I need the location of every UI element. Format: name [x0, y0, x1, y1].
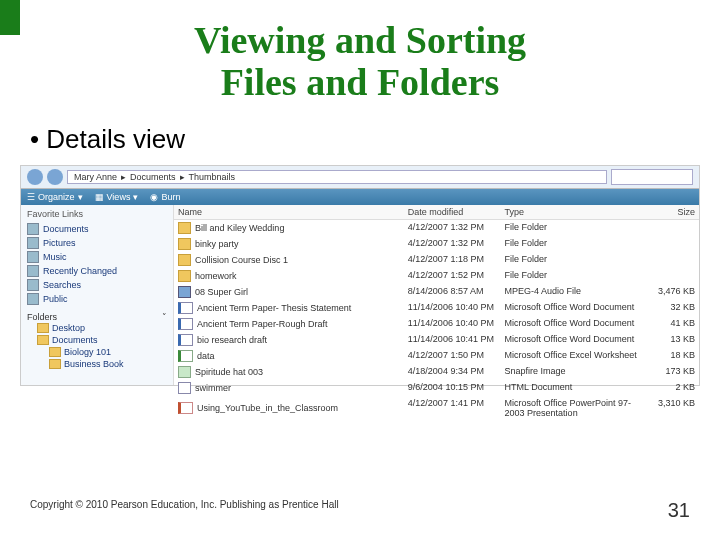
favorite-links-header: Favorite Links: [27, 209, 167, 219]
file-date: 9/6/2004 10:15 PM: [404, 380, 501, 396]
file-size: [642, 236, 699, 252]
file-name: 08 Super Girl: [195, 287, 248, 297]
favorite-link[interactable]: Searches: [27, 278, 167, 292]
favorite-link[interactable]: Pictures: [27, 236, 167, 250]
file-type: File Folder: [501, 236, 642, 252]
file-type: Microsoft Office Excel Worksheet: [501, 348, 642, 364]
file-name: Using_YouTube_in_the_Classroom: [197, 403, 338, 413]
favorite-link[interactable]: Documents: [27, 222, 167, 236]
breadcrumb-part[interactable]: Thumbnails: [189, 172, 236, 182]
favorite-link[interactable]: Music: [27, 250, 167, 264]
file-size: [642, 220, 699, 236]
details-list: Name Date modified Type Size Bill and Ki…: [174, 205, 699, 385]
file-date: 4/18/2004 9:34 PM: [404, 364, 501, 380]
ppt-icon: [178, 402, 193, 414]
views-button[interactable]: ▦ Views ▾: [95, 192, 139, 202]
file-size: 173 KB: [642, 364, 699, 380]
file-date: 4/12/2007 1:18 PM: [404, 252, 501, 268]
audio-icon: [178, 286, 191, 298]
explorer-screenshot: Mary Anne▸ Documents▸ Thumbnails ☰ Organ…: [20, 165, 700, 386]
excel-icon: [178, 350, 193, 362]
file-name: Ancient Term Paper- Thesis Statement: [197, 303, 351, 313]
file-type: HTML Document: [501, 380, 642, 396]
page-number: 31: [668, 499, 690, 522]
column-headers: Name Date modified Type Size: [174, 205, 699, 220]
forward-button[interactable]: [47, 169, 63, 185]
file-row[interactable]: swimmer9/6/2004 10:15 PMHTML Document2 K…: [174, 380, 699, 396]
link-icon: [27, 223, 39, 235]
col-type-header[interactable]: Type: [501, 205, 642, 219]
link-icon: [27, 251, 39, 263]
file-size: 41 KB: [642, 316, 699, 332]
file-type: Microsoft Office Word Document: [501, 316, 642, 332]
file-type: MPEG-4 Audio File: [501, 284, 642, 300]
tree-item[interactable]: Business Book: [49, 358, 167, 370]
breadcrumb-part[interactable]: Mary Anne: [74, 172, 117, 182]
link-icon: [27, 265, 39, 277]
file-date: 11/14/2006 10:40 PM: [404, 300, 501, 316]
favorite-link[interactable]: Recently Changed: [27, 264, 167, 278]
file-type: Snapfire Image: [501, 364, 642, 380]
address-bar: Mary Anne▸ Documents▸ Thumbnails: [21, 166, 699, 189]
file-date: 4/12/2007 1:32 PM: [404, 220, 501, 236]
file-size: 18 KB: [642, 348, 699, 364]
folders-header[interactable]: Folders ˅: [27, 312, 167, 322]
file-name: data: [197, 351, 215, 361]
col-size-header[interactable]: Size: [642, 205, 699, 219]
favorite-link[interactable]: Public: [27, 292, 167, 306]
tree-item[interactable]: Biology 101: [49, 346, 167, 358]
file-type: Microsoft Office PowerPoint 97-2003 Pres…: [501, 396, 642, 420]
file-name: swimmer: [195, 383, 231, 393]
file-row[interactable]: Bill and Kiley Wedding4/12/2007 1:32 PMF…: [174, 220, 699, 236]
file-row[interactable]: homework4/12/2007 1:52 PMFile Folder: [174, 268, 699, 284]
organize-button[interactable]: ☰ Organize ▾: [27, 192, 83, 202]
folder-icon: [49, 347, 61, 357]
breadcrumb-part[interactable]: Documents: [130, 172, 176, 182]
file-row[interactable]: data4/12/2007 1:50 PMMicrosoft Office Ex…: [174, 348, 699, 364]
folder-icon: [178, 222, 191, 234]
accent-bar: [0, 0, 20, 35]
back-button[interactable]: [27, 169, 43, 185]
file-row[interactable]: 08 Super Girl8/14/2006 8:57 AMMPEG-4 Aud…: [174, 284, 699, 300]
file-row[interactable]: Using_YouTube_in_the_Classroom4/12/2007 …: [174, 396, 699, 420]
file-row[interactable]: Ancient Term Paper-Rough Draft11/14/2006…: [174, 316, 699, 332]
file-name: Bill and Kiley Wedding: [195, 223, 284, 233]
organize-icon: ☰: [27, 192, 35, 202]
file-row[interactable]: bio research draft11/14/2006 10:41 PMMic…: [174, 332, 699, 348]
col-date-header[interactable]: Date modified: [404, 205, 501, 219]
bullet-item: Details view: [30, 124, 720, 155]
file-size: 13 KB: [642, 332, 699, 348]
folder-icon: [178, 238, 191, 250]
file-size: [642, 252, 699, 268]
copyright-text: Copyright © 2010 Pearson Education, Inc.…: [30, 499, 339, 522]
tree-item[interactable]: Documents: [37, 334, 167, 346]
file-type: File Folder: [501, 252, 642, 268]
tree-item[interactable]: Desktop: [37, 322, 167, 334]
file-row[interactable]: Ancient Term Paper- Thesis Statement11/1…: [174, 300, 699, 316]
file-date: 11/14/2006 10:41 PM: [404, 332, 501, 348]
views-icon: ▦: [95, 192, 104, 202]
file-name: bio research draft: [197, 335, 267, 345]
command-bar: ☰ Organize ▾ ▦ Views ▾ ◉ Burn: [21, 189, 699, 205]
file-row[interactable]: Collision Course Disc 14/12/2007 1:18 PM…: [174, 252, 699, 268]
file-name: Spiritude hat 003: [195, 367, 263, 377]
breadcrumb[interactable]: Mary Anne▸ Documents▸ Thumbnails: [67, 170, 607, 184]
search-input[interactable]: [611, 169, 693, 185]
file-size: 32 KB: [642, 300, 699, 316]
file-size: 2 KB: [642, 380, 699, 396]
burn-icon: ◉: [150, 192, 158, 202]
burn-button[interactable]: ◉ Burn: [150, 192, 180, 202]
folder-icon: [49, 359, 61, 369]
word-icon: [178, 318, 193, 330]
image-icon: [178, 366, 191, 378]
folder-icon: [37, 323, 49, 333]
nav-pane: Favorite Links DocumentsPicturesMusicRec…: [21, 205, 174, 385]
col-name-header[interactable]: Name: [174, 205, 404, 219]
title-line1: Viewing and Sorting: [194, 19, 526, 61]
file-row[interactable]: binky party4/12/2007 1:32 PMFile Folder: [174, 236, 699, 252]
file-row[interactable]: Spiritude hat 0034/18/2004 9:34 PMSnapfi…: [174, 364, 699, 380]
html-icon: [178, 382, 191, 394]
chevron-down-icon: ˅: [162, 312, 167, 322]
word-icon: [178, 302, 193, 314]
file-date: 8/14/2006 8:57 AM: [404, 284, 501, 300]
